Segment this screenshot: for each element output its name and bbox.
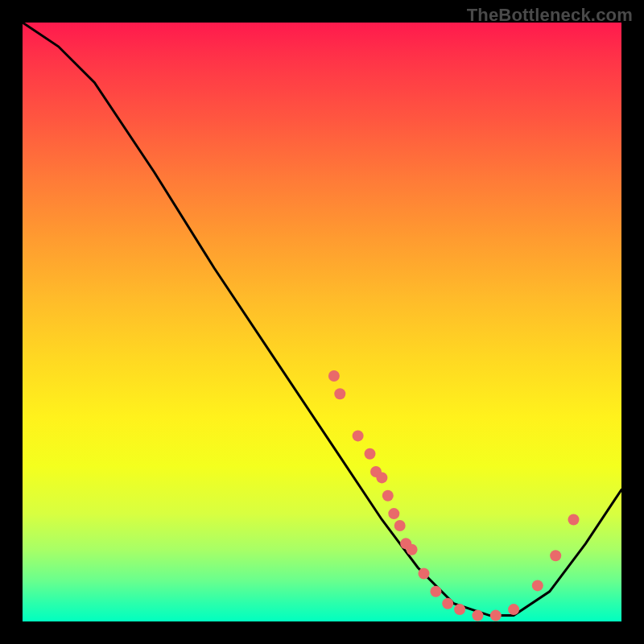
- sample-dot: [334, 388, 345, 399]
- sample-dot: [550, 550, 561, 561]
- sample-dot: [508, 604, 519, 615]
- sample-dot: [382, 490, 394, 502]
- curve-line: [23, 23, 621, 616]
- sample-dot: [490, 610, 502, 621]
- sample-dot: [407, 544, 418, 555]
- chart-svg: [23, 23, 621, 621]
- sample-dot: [454, 604, 465, 615]
- sample-dot: [376, 472, 387, 483]
- sample-dot: [472, 610, 483, 621]
- sample-dot: [568, 514, 580, 526]
- sample-dot: [388, 508, 399, 519]
- sample-dot: [328, 370, 340, 382]
- sample-dot: [365, 448, 376, 460]
- sample-dot: [394, 520, 406, 531]
- sample-dot: [442, 598, 453, 609]
- sample-dot: [353, 430, 364, 441]
- watermark-text: TheBottleneck.com: [467, 5, 633, 26]
- sample-dot: [532, 580, 543, 591]
- sample-dot: [430, 586, 441, 597]
- sample-dot: [419, 568, 430, 580]
